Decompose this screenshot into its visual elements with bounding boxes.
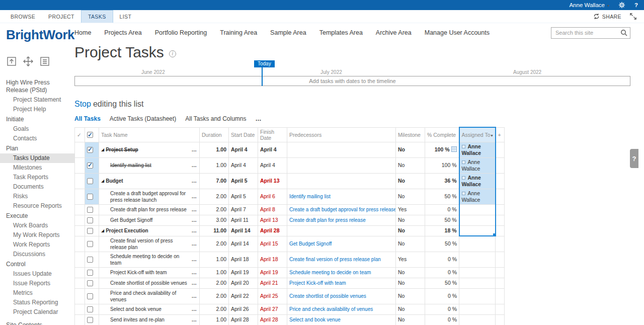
- predecessor-link[interactable]: Project Kick-off with team: [289, 280, 346, 286]
- percent-complete-cell[interactable]: 0 %: [425, 204, 459, 215]
- task-name-cell[interactable]: Get Budget Signoff…: [99, 215, 200, 225]
- predecessors-cell[interactable]: Create shortlist of possible venues: [287, 288, 396, 304]
- column-header-assigned-to[interactable]: Assigned To▾: [459, 127, 496, 142]
- row-checkbox[interactable]: [87, 178, 93, 184]
- move-icon[interactable]: [23, 56, 34, 67]
- duration-cell[interactable]: 2.00: [200, 236, 229, 252]
- assigned-to-cell[interactable]: [459, 314, 496, 325]
- row-checkbox[interactable]: [87, 317, 93, 323]
- sidebar-item-execute[interactable]: Execute: [0, 211, 74, 221]
- milestone-cell[interactable]: Yes: [396, 252, 425, 267]
- percent-complete-cell[interactable]: 18 %: [425, 225, 459, 236]
- assigned-to-cell[interactable]: [459, 225, 496, 236]
- task-menu-button[interactable]: …: [192, 193, 198, 200]
- percent-complete-cell[interactable]: 100 %: [425, 157, 459, 173]
- task-name-cell[interactable]: Project Kick-off with team…: [99, 267, 200, 278]
- row-select-cell[interactable]: [85, 288, 99, 304]
- ribbon-tab-browse[interactable]: BROWSE: [4, 10, 42, 23]
- topnav-projects-area[interactable]: Projects Area: [104, 29, 141, 36]
- percent-complete-cell[interactable]: 0 %: [425, 314, 459, 325]
- task-menu-button[interactable]: …: [192, 293, 198, 299]
- column-header-finish-date[interactable]: Finish Date: [258, 127, 287, 142]
- duration-cell[interactable]: 1.00: [200, 252, 229, 267]
- predecessor-link[interactable]: Create final version of press release pl…: [289, 257, 381, 262]
- help-tab[interactable]: ?: [630, 149, 638, 168]
- row-select-cell[interactable]: [85, 236, 99, 252]
- percent-complete-cell[interactable]: 0 %: [425, 267, 459, 278]
- task-name-cell[interactable]: ◢Project Execution…: [99, 225, 200, 236]
- milestone-cell[interactable]: No: [396, 215, 425, 225]
- row-select-cell[interactable]: [85, 267, 99, 278]
- finish-date-cell[interactable]: April 13: [258, 215, 287, 225]
- view-all-tasks[interactable]: All Tasks: [74, 115, 101, 122]
- finish-date-cell[interactable]: April 8: [258, 204, 287, 215]
- duration-cell[interactable]: 2.00: [200, 288, 229, 304]
- row-select-cell[interactable]: [85, 252, 99, 267]
- assigned-to-cell[interactable]: [459, 204, 496, 215]
- predecessors-cell[interactable]: Price and check availability of venues: [287, 304, 396, 314]
- finish-date-cell[interactable]: April 27: [258, 304, 287, 314]
- row-checkbox[interactable]: [87, 280, 93, 286]
- predecessor-link[interactable]: Schedule meeting to decide on team: [289, 270, 371, 275]
- sidebar-item-discussions[interactable]: Discussions: [0, 250, 74, 259]
- predecessors-cell[interactable]: Create final version of press release pl…: [287, 252, 396, 267]
- duration-cell[interactable]: 2.00: [200, 189, 229, 204]
- task-menu-button[interactable]: …: [192, 178, 198, 184]
- ribbon-tab-list[interactable]: LIST: [113, 10, 138, 23]
- start-date-cell[interactable]: April 7: [229, 204, 258, 215]
- assigned-to-cell[interactable]: Anne Wallace: [459, 189, 496, 204]
- percent-complete-cell[interactable]: 50 %: [425, 236, 459, 252]
- finish-date-cell[interactable]: April 4: [258, 142, 287, 157]
- sidebar-item-project-help[interactable]: Project Help: [0, 105, 74, 114]
- task-menu-button[interactable]: …: [192, 269, 198, 276]
- assigned-to-cell[interactable]: Anne Wallace: [459, 142, 496, 157]
- start-date-cell[interactable]: April 26: [229, 304, 258, 314]
- milestone-cell[interactable]: No: [396, 236, 425, 252]
- duration-cell[interactable]: 2.00: [200, 304, 229, 314]
- task-name-cell[interactable]: Send invites and re-plan…: [99, 314, 200, 325]
- task-name-cell[interactable]: Create a draft budget approval for press…: [99, 189, 200, 204]
- sidebar-item-resource-reports[interactable]: Resource Reports: [0, 201, 74, 211]
- row-select-cell[interactable]: [85, 225, 99, 236]
- finish-date-cell[interactable]: April 25: [258, 288, 287, 304]
- topnav-home[interactable]: Home: [74, 29, 91, 36]
- duration-cell[interactable]: 11.00: [200, 225, 229, 236]
- predecessor-link[interactable]: Price and check availability of venues: [289, 306, 373, 312]
- duration-cell[interactable]: 1.00: [200, 267, 229, 278]
- group-expanded-icon[interactable]: ◢: [101, 178, 104, 184]
- focus-on-content-icon[interactable]: [629, 13, 637, 20]
- milestone-cell[interactable]: Yes: [396, 204, 425, 215]
- row-checkbox[interactable]: [87, 241, 93, 247]
- predecessors-cell[interactable]: Identify mailing list: [287, 189, 396, 204]
- start-date-cell[interactable]: April 20: [229, 278, 258, 288]
- topnav-portfolio-reporting[interactable]: Portfolio Reporting: [155, 29, 207, 36]
- sidebar-item-plan[interactable]: Plan: [0, 144, 74, 153]
- row-select-cell[interactable]: [85, 157, 99, 173]
- start-date-cell[interactable]: April 18: [229, 252, 258, 267]
- sidebar-item-work-reports[interactable]: Work Reports: [0, 240, 74, 250]
- task-name-cell[interactable]: Schedule meeting to decide on team…: [99, 252, 200, 267]
- task-menu-button[interactable]: …: [192, 306, 198, 312]
- duration-cell[interactable]: 3.00: [200, 215, 229, 225]
- sidebar-item-issues-update[interactable]: Issues Update: [0, 269, 74, 279]
- duration-cell[interactable]: 2.00: [200, 278, 229, 288]
- milestone-cell[interactable]: No: [396, 267, 425, 278]
- finish-date-cell[interactable]: April 13: [258, 173, 287, 189]
- start-date-cell[interactable]: April 22: [229, 288, 258, 304]
- sidebar-item-initiate[interactable]: Initiate: [0, 115, 74, 124]
- task-name-cell[interactable]: Create final version of press release pl…: [99, 236, 200, 252]
- predecessor-link[interactable]: Identify mailing list: [289, 194, 331, 199]
- finish-date-cell[interactable]: April 18: [258, 252, 287, 267]
- predecessor-link[interactable]: Select and book venue: [289, 317, 341, 322]
- predecessors-cell[interactable]: [287, 225, 396, 236]
- view-all-tasks-and-columns[interactable]: All Tasks and Columns: [185, 115, 246, 122]
- publish-icon[interactable]: [6, 56, 17, 67]
- task-menu-button[interactable]: …: [192, 146, 198, 153]
- sidebar-item-status-reporting[interactable]: Status Reporting: [0, 298, 74, 307]
- task-menu-button[interactable]: …: [192, 227, 198, 234]
- row-select-cell[interactable]: [85, 173, 99, 189]
- topnav-templates-area[interactable]: Templates Area: [319, 29, 363, 36]
- share-button[interactable]: SHARE: [593, 13, 621, 20]
- autofill-options-icon[interactable]: [451, 146, 457, 152]
- task-menu-button[interactable]: …: [192, 217, 198, 223]
